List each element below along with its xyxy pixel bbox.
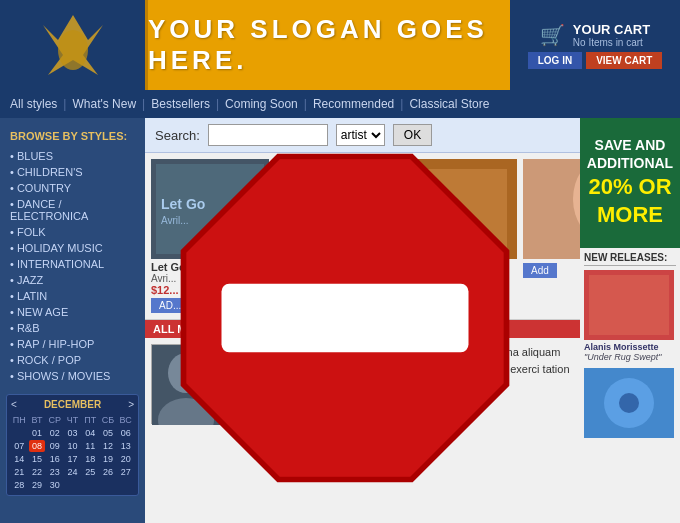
cal-day[interactable]: 09 xyxy=(46,440,63,452)
cal-day[interactable]: 03 xyxy=(64,427,81,439)
nav-whats-new[interactable]: What's New xyxy=(72,97,136,111)
album-add-button-1[interactable]: AD... xyxy=(151,298,189,313)
nav-bestsellers[interactable]: Bestsellers xyxy=(151,97,210,111)
albums-row: Let Go Avril... Let Go Avri... $12... AD… xyxy=(145,153,580,320)
cal-day[interactable]: 17 xyxy=(64,453,81,465)
cal-day[interactable]: 27 xyxy=(117,466,134,478)
new-releases-title: NEW RELEASES: xyxy=(584,252,676,266)
sidebar-item-rap[interactable]: • RAP / HIP-HOP xyxy=(0,336,145,352)
sidebar-item-holiday[interactable]: • HOLIDAY MUSIC xyxy=(0,240,145,256)
album-image-4 xyxy=(523,159,580,259)
cal-day[interactable]: 15 xyxy=(29,453,46,465)
viewcart-button[interactable]: VIEW CART xyxy=(586,52,662,69)
cart-icon: 🛒 xyxy=(540,23,565,47)
svg-point-15 xyxy=(168,353,204,393)
cal-next-button[interactable]: > xyxy=(128,399,134,410)
album-card-1: Let Go Avril... Let Go Avri... $12... AD… xyxy=(151,159,271,313)
cal-day[interactable]: 24 xyxy=(64,466,81,478)
navbar: All styles | What's New | Bestsellers | … xyxy=(0,90,680,118)
cal-dow-label: ПТ xyxy=(82,414,99,426)
sidebar-item-shows[interactable]: • SHOWS / MOVIES xyxy=(0,368,145,384)
logo-area xyxy=(0,0,145,90)
promo-line1: SAVE AND xyxy=(587,136,673,154)
sidebar-item-jazz[interactable]: • JAZZ xyxy=(0,272,145,288)
search-label: Search: xyxy=(155,128,200,143)
promo-box: SAVE AND ADDITIONAL 20% OR MORE xyxy=(580,118,680,248)
cal-day[interactable]: 28 xyxy=(11,479,28,491)
sidebar-item-international[interactable]: • INTERNATIONAL xyxy=(0,256,145,272)
cal-day[interactable]: 21 xyxy=(11,466,28,478)
cal-day[interactable]: 14 xyxy=(11,453,28,465)
svg-point-1 xyxy=(58,30,88,70)
cal-day[interactable]: 30 xyxy=(46,479,63,491)
cal-day[interactable]: 16 xyxy=(46,453,63,465)
cal-day[interactable]: 10 xyxy=(64,440,81,452)
album-add-button-2[interactable]: Add xyxy=(275,263,309,278)
album-image-1: Let Go Avril... xyxy=(151,159,269,259)
right-sidebar: SAVE AND ADDITIONAL 20% OR MORE NEW RELE… xyxy=(580,118,680,523)
cal-day[interactable]: 23 xyxy=(46,466,63,478)
sidebar-item-new-age[interactable]: • NEW AGE xyxy=(0,304,145,320)
cal-day[interactable]: 01 xyxy=(29,427,46,439)
sidebar-item-dance[interactable]: • DANCE / ELECTRONICA xyxy=(0,196,145,224)
release-image-1-icon xyxy=(584,270,674,340)
search-button[interactable]: OK xyxy=(393,124,432,146)
cart-area: 🛒 YOUR CART No Items in cart LOG IN VIEW… xyxy=(510,0,680,90)
cal-day[interactable]: 05 xyxy=(100,427,117,439)
album-title-1: Let Go xyxy=(151,261,186,273)
sidebar-title: BROWSE BY STYLES: xyxy=(0,126,145,148)
search-input[interactable] xyxy=(208,124,328,146)
nav-all-styles[interactable]: All styles xyxy=(10,97,57,111)
sidebar-item-folk[interactable]: • FOLK xyxy=(0,224,145,240)
cal-day[interactable]: 29 xyxy=(29,479,46,491)
sidebar-item-rock[interactable]: • ROCK / POP xyxy=(0,352,145,368)
release-subtitle-1: "Under Rug Swept" xyxy=(584,352,676,362)
person-image-area xyxy=(151,344,221,424)
sidebar-item-latin[interactable]: • LATIN xyxy=(0,288,145,304)
album-art-2-icon xyxy=(275,159,393,259)
cal-day[interactable]: 18 xyxy=(82,453,99,465)
cart-subtitle: No Items in cart xyxy=(573,37,650,48)
person-photo-icon xyxy=(151,344,219,424)
cal-day[interactable]: 08 xyxy=(29,440,46,452)
cal-day[interactable]: 06 xyxy=(117,427,134,439)
cal-day xyxy=(11,427,28,439)
sidebar-item-rnb[interactable]: • R&B xyxy=(0,320,145,336)
cal-day[interactable]: 02 xyxy=(46,427,63,439)
search-type-select[interactable]: artist xyxy=(336,124,385,146)
cal-month-label: DECEMBER xyxy=(44,399,101,410)
cal-dow-label: СР xyxy=(46,414,63,426)
all-music-header: ALL MUSIC xyxy=(145,320,580,338)
sidebar-item-country[interactable]: • COUNTRY xyxy=(0,180,145,196)
svg-point-21 xyxy=(619,393,639,413)
cal-day[interactable]: 11 xyxy=(82,440,99,452)
main-area: BROWSE BY STYLES: • BLUES • CHILDREN'S •… xyxy=(0,118,680,523)
all-music-section: ALL MUSIC Conse ctetur m nonummy nibh eu… xyxy=(145,320,580,523)
album-add-button-3[interactable]: Add xyxy=(399,263,433,278)
banner-area: YOUR SLOGAN GOES HERE. xyxy=(145,0,510,90)
nav-coming-soon[interactable]: Coming Soon xyxy=(225,97,298,111)
cal-day[interactable]: 25 xyxy=(82,466,99,478)
cal-day[interactable]: 13 xyxy=(117,440,134,452)
cal-day[interactable]: 07 xyxy=(11,440,28,452)
svg-point-8 xyxy=(319,194,349,224)
login-button[interactable]: LOG IN xyxy=(528,52,582,69)
nav-recommended[interactable]: Recommended xyxy=(313,97,394,111)
cal-day[interactable]: 22 xyxy=(29,466,46,478)
cal-day[interactable]: 26 xyxy=(100,466,117,478)
release-image-2-icon xyxy=(584,368,674,438)
sidebar-item-childrens[interactable]: • CHILDREN'S xyxy=(0,164,145,180)
cal-prev-button[interactable]: < xyxy=(11,399,17,410)
promo-line2: ADDITIONAL xyxy=(587,154,673,172)
cal-dow-label: ВТ xyxy=(29,414,46,426)
album-artist-1: Avri... xyxy=(151,273,176,284)
cal-day[interactable]: 20 xyxy=(117,453,134,465)
album-image-3 xyxy=(399,159,517,259)
cal-day[interactable]: 19 xyxy=(100,453,117,465)
nav-classical-store[interactable]: Classical Store xyxy=(409,97,489,111)
album-add-button-4[interactable]: Add xyxy=(523,263,557,278)
promo-text: SAVE AND ADDITIONAL 20% OR MORE xyxy=(587,136,673,230)
sidebar-item-blues[interactable]: • BLUES xyxy=(0,148,145,164)
cal-day[interactable]: 04 xyxy=(82,427,99,439)
cal-day[interactable]: 12 xyxy=(100,440,117,452)
